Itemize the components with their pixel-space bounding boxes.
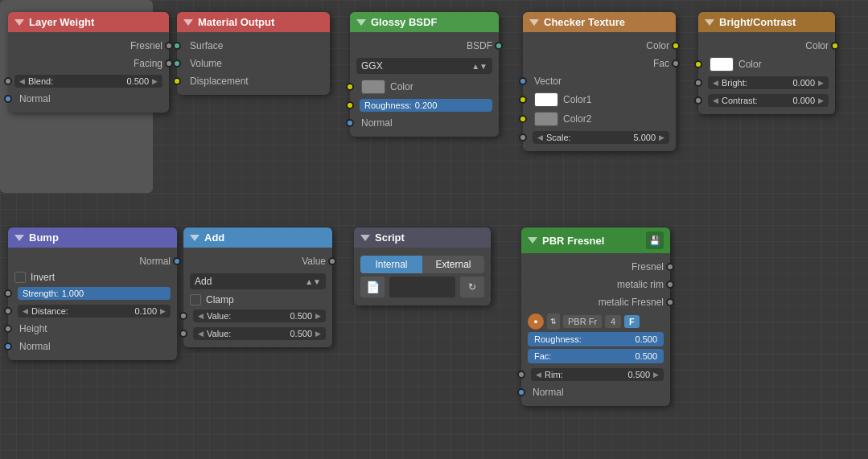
refresh-icon[interactable]: ↻ <box>460 277 484 297</box>
blend-label: Blend: <box>28 76 53 86</box>
socket-value-add-out[interactable] <box>328 257 336 265</box>
socket-fresnel-out[interactable] <box>165 42 173 50</box>
socket-normal-bump-out[interactable] <box>173 257 181 265</box>
roughness-field[interactable]: Roughness: 0.200 <box>360 99 492 112</box>
scale-label: Scale: <box>546 133 571 142</box>
socket-vector-in[interactable] <box>519 77 527 85</box>
node-header-layer-weight: Layer Weight <box>8 12 169 32</box>
scale-arrow-left: ◀ <box>537 133 543 141</box>
row-color2-in: Color2 <box>523 109 676 129</box>
value1-add-field[interactable]: ◀ Value: 0.500 ▶ <box>193 309 326 322</box>
contrast-arrow-left: ◀ <box>713 96 718 105</box>
invert-label: Invert <box>31 272 55 283</box>
script-field[interactable] <box>389 277 455 297</box>
vector-label: Vector <box>534 76 562 87</box>
socket-color-bc-in[interactable] <box>694 60 702 68</box>
socket-bsdf-out[interactable] <box>495 42 503 50</box>
node-add[interactable]: Add Value Add ▲▼ Clamp ◀ Value: 0.500 ▶ <box>183 227 332 347</box>
distance-value: 0.100 <box>134 306 157 316</box>
socket-fresnel-pbr-out[interactable] <box>666 263 674 271</box>
node-layer-weight[interactable]: Layer Weight Fresnel Facing ◀ Blend: 0.5… <box>8 12 169 113</box>
node-bump[interactable]: Bump Normal Invert Strength: 1.000 ◀ Dis… <box>8 227 177 360</box>
node-header-material-output: Material Output <box>177 12 330 32</box>
color-swatch-glossy[interactable] <box>361 80 385 94</box>
socket-bright-in[interactable] <box>694 79 702 87</box>
value2-add-field[interactable]: ◀ Value: 0.500 ▶ <box>193 327 326 340</box>
strength-value: 1.000 <box>62 289 84 298</box>
add-distribution-dropdown[interactable]: Add ▲▼ <box>190 273 326 289</box>
roughness-pbr-label: Roughness: <box>534 334 582 344</box>
socket-contrast-in[interactable] <box>694 96 702 105</box>
socket-metalic-fresnel-out[interactable] <box>666 298 674 306</box>
pbr-icons-row: ● ⇅ PBR Fr 4 F <box>528 314 664 330</box>
socket-metalic-rim-out[interactable] <box>666 281 674 289</box>
rim-arrow-left: ◀ <box>536 371 541 379</box>
node-glossy-bsdf[interactable]: Glossy BSDF BSDF GGX ▲▼ Color Roughness:… <box>350 12 499 137</box>
roughness-label: Roughness: <box>364 100 412 110</box>
socket-color2-in[interactable] <box>519 115 527 123</box>
socket-normal-glossy-in[interactable] <box>346 119 354 127</box>
socket-scale-in[interactable] <box>519 133 527 141</box>
script-file-icon[interactable]: 📄 <box>360 277 385 297</box>
socket-rim-in[interactable] <box>517 371 525 379</box>
fac-pbr-field[interactable]: Fac: 0.500 <box>528 349 664 363</box>
socket-normal-lw-in[interactable] <box>4 95 12 103</box>
color-bc-swatch[interactable] <box>710 57 734 72</box>
socket-distance-in[interactable] <box>4 307 12 315</box>
pbr-num-field[interactable]: 4 <box>605 315 621 328</box>
socket-color1-in[interactable] <box>519 96 527 104</box>
row-strength: Strength: 1.000 <box>8 285 177 302</box>
socket-blend-in[interactable] <box>4 77 12 85</box>
bright-field[interactable]: ◀ Bright: 0.000 ▶ <box>708 76 829 89</box>
pbr-sphere-icon[interactable]: ● <box>528 314 544 330</box>
roughness-pbr-field[interactable]: Roughness: 0.500 <box>528 332 664 346</box>
pbr-f-button[interactable]: F <box>624 315 640 328</box>
node-script[interactable]: Script Internal External 📄 ↻ <box>354 227 491 305</box>
socket-normal-bump-in[interactable] <box>4 342 12 350</box>
socket-displacement-in[interactable] <box>173 77 181 85</box>
socket-strength-in[interactable] <box>4 289 12 297</box>
node-checker-texture[interactable]: Checker Texture Color Fac Vector Color1 … <box>523 12 676 151</box>
save-icon[interactable]: 💾 <box>646 232 664 249</box>
node-pbr-fresnel[interactable]: PBR Fresnel 💾 Fresnel metalic rim metali… <box>521 227 670 406</box>
blend-field[interactable]: ◀ Blend: 0.500 ▶ <box>14 75 162 88</box>
socket-roughness-in[interactable] <box>346 101 354 109</box>
socket-color-checker-out[interactable] <box>672 42 680 50</box>
socket-color-bc-out[interactable] <box>831 42 839 50</box>
row-facing: Facing <box>8 55 169 72</box>
distribution-dropdown[interactable]: GGX ▲▼ <box>356 58 492 74</box>
node-material-output[interactable]: Material Output Surface Volume Displacem… <box>177 12 330 95</box>
socket-facing-out[interactable] <box>165 59 173 68</box>
node-header-checker: Checker Texture <box>523 12 676 32</box>
socket-color-glossy-in[interactable] <box>346 83 354 91</box>
blend-arrow-right: ▶ <box>152 77 158 85</box>
socket-height-in[interactable] <box>4 325 12 333</box>
socket-fac-checker-out[interactable] <box>672 59 680 68</box>
color1-swatch[interactable] <box>534 92 558 107</box>
clamp-checkbox[interactable] <box>190 294 201 305</box>
strength-field[interactable]: Strength: 1.000 <box>18 287 171 300</box>
internal-external-toggle[interactable]: Internal External <box>360 256 484 273</box>
row-contrast-in: ◀ Contrast: 0.000 ▶ <box>698 92 835 109</box>
invert-checkbox[interactable] <box>14 272 26 283</box>
rim-label: Rim: <box>545 370 563 379</box>
color2-swatch[interactable] <box>534 112 558 126</box>
surface-label: Surface <box>190 40 223 51</box>
socket-normal-pbr-in[interactable] <box>517 388 525 396</box>
distance-field[interactable]: ◀ Distance: 0.100 ▶ <box>18 305 171 318</box>
contrast-field[interactable]: ◀ Contrast: 0.000 ▶ <box>708 94 829 107</box>
pbr-label: PBR Fr <box>563 315 602 328</box>
external-btn[interactable]: External <box>422 256 484 273</box>
add-distribution-value: Add <box>195 276 212 287</box>
node-bright-contrast[interactable]: Bright/Contrast Color Color ◀ Bright: 0.… <box>698 12 835 114</box>
socket-value1-add-in[interactable] <box>179 312 187 320</box>
internal-btn[interactable]: Internal <box>360 256 422 273</box>
row-vector-in: Vector <box>523 72 676 90</box>
socket-value2-add-in[interactable] <box>179 330 187 338</box>
pbr-arrows-icon[interactable]: ⇅ <box>547 314 560 330</box>
socket-surface-in[interactable] <box>173 42 181 50</box>
rim-field[interactable]: ◀ Rim: 0.500 ▶ <box>531 368 664 381</box>
scale-arrow-right: ▶ <box>659 133 664 141</box>
socket-volume-in[interactable] <box>173 59 181 68</box>
scale-field[interactable]: ◀ Scale: 5.000 ▶ <box>533 131 669 144</box>
